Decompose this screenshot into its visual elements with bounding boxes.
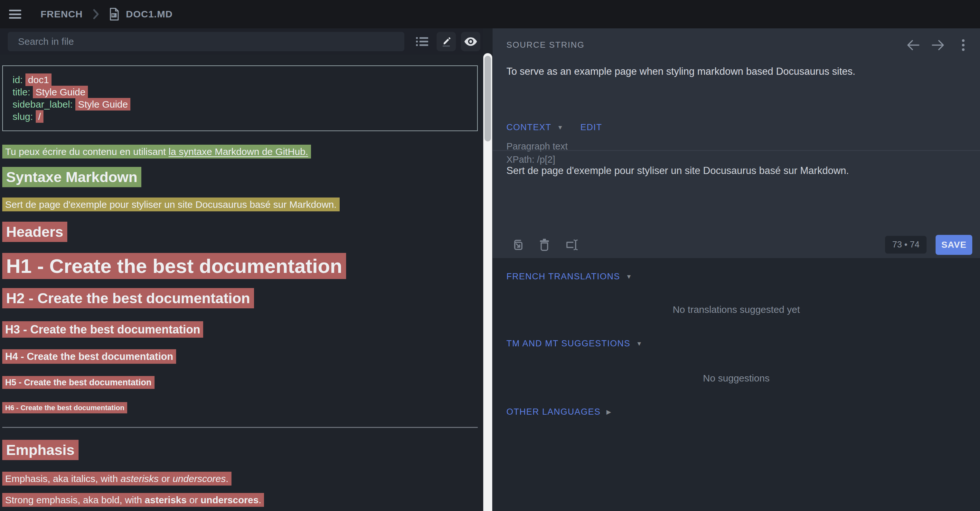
translations-empty-state: No translations suggested yet [493,304,980,315]
horizontal-rule [2,427,478,428]
heading-emphasis: Emphasis [2,441,478,459]
github-markdown-link[interactable]: la syntaxe Markdown de GitHub. [169,146,309,157]
heading-syntaxe-markdown: Syntaxe Markdown [2,169,478,186]
frontmatter-key: id: [13,74,23,85]
trash-icon [539,238,550,251]
document-scrollbar-thumb[interactable] [485,56,491,141]
frontmatter-row: slug: / [13,110,477,123]
delete-translation-button[interactable] [539,238,550,251]
translatable-string[interactable]: H1 - Create the best documentation [2,253,346,279]
editor-divider [493,150,980,151]
copy-source-button[interactable] [511,238,524,251]
chevron-right-icon [92,9,99,20]
heading-h2-sample: H2 - Create the best documentation [2,290,478,307]
paragraph-string: Emphasis, aka italics, with asterisks or… [2,473,478,485]
paragraph-string: Tu peux écrire du contenu en utilisant l… [2,146,478,158]
frontmatter-key: title: [13,87,30,97]
frontmatter-value-string[interactable]: / [36,110,43,123]
copy-source-icon [511,238,524,251]
tm-empty-state: No suggestions [493,373,980,384]
frontmatter-block: id: doc1 title: Style Guide sidebar_labe… [2,65,478,131]
translatable-string[interactable]: H4 - Create the best documentation [2,349,176,364]
frontmatter-value-string[interactable]: doc1 [25,73,51,86]
source-string-text: To serve as an example page when styling… [506,66,966,77]
heading-h3-sample: H3 - Create the best documentation [2,323,478,336]
heading-h1-sample: H1 - Create the best documentation [2,254,478,278]
context-type: Paragraph text [506,140,568,153]
char-counter-badge: 73 • 74 [885,236,927,254]
breadcrumb-file: DOC1.MD [126,9,173,20]
section-tm-mt-suggestions[interactable]: TM AND MT SUGGESTIONS ▼ [506,339,643,349]
top-bar: FRENCH M↓ DOC1.MD [0,0,980,28]
save-button[interactable]: SAVE [935,235,972,255]
translation-input[interactable]: Sert de page d'exemple pour styliser un … [506,165,966,223]
search-toolbar [0,28,483,55]
arrow-left-icon [906,39,920,51]
section-other-languages[interactable]: OTHER LANGUAGES ▶ [506,407,612,417]
selected-paragraph-string: Sert de page d'exemple pour styliser un … [2,199,478,211]
text-cursor-icon [565,238,579,251]
document-scrollbar-track[interactable] [483,53,492,511]
more-options-button[interactable] [955,37,972,53]
edit-context-button[interactable]: EDIT [581,123,602,133]
heading-h6-sample: H6 - Create the best documentation [2,404,478,412]
breadcrumb-project[interactable]: FRENCH [41,9,83,20]
chevron-down-icon: ▼ [636,340,643,347]
translatable-string[interactable]: H2 - Create the best documentation [2,288,254,308]
translatable-string[interactable]: Tu peux écrire du contenu en utilisant l… [2,145,311,158]
frontmatter-row: sidebar_label: Style Guide [13,98,477,110]
translatable-string[interactable]: H5 - Create the best documentation [2,376,154,389]
source-string-label: SOURCE STRING [506,40,585,50]
context-xpath: XPath: /p[2] [506,153,568,166]
translatable-string[interactable]: H6 - Create the best documentation [2,402,127,414]
heading-h5-sample: H5 - Create the best documentation [2,377,478,388]
translatable-string[interactable]: Emphasis [2,440,78,460]
chevron-down-icon: ▼ [626,273,632,280]
next-string-button[interactable] [930,37,947,53]
context-info: Paragraph text XPath: /p[2] [506,140,568,166]
svg-text:M↓: M↓ [112,14,116,17]
context-toggle[interactable]: CONTEXT ▼ [506,123,564,133]
heading-headers: Headers [2,223,478,241]
list-icon [416,37,428,47]
translatable-string[interactable]: Syntaxe Markdown [2,167,142,187]
list-view-button[interactable] [413,32,431,51]
editor-toolbar: 73 • 74 SAVE [493,232,980,258]
suggestions-area: FRENCH TRANSLATIONS ▼ No translations su… [493,258,980,511]
edit-mode-button[interactable] [437,32,456,51]
pencil-icon [440,35,452,48]
markdown-file-icon: M↓ [109,8,119,21]
previous-string-button[interactable] [905,37,921,53]
frontmatter-row: title: Style Guide [13,86,477,98]
preview-mode-button[interactable] [461,32,480,51]
string-editor-card: SOURCE STRING To serve as an example pag… [493,28,980,258]
document-panel: id: doc1 title: Style Guide sidebar_labe… [0,28,483,511]
heading-h4-sample: H4 - Create the best documentation [2,351,478,362]
translation-panel: SOURCE STRING To serve as an example pag… [493,28,980,511]
paragraph-string: Strong emphasis, aka bold, with asterisk… [2,494,478,506]
translatable-string[interactable]: Strong emphasis, aka bold, with asterisk… [2,493,264,507]
frontmatter-value-string[interactable]: Style Guide [33,86,88,98]
context-row: CONTEXT ▼ EDIT [506,123,602,133]
markdown-document: id: doc1 title: Style Guide sidebar_labe… [0,55,483,511]
section-french-translations[interactable]: FRENCH TRANSLATIONS ▼ [506,271,632,282]
translatable-string[interactable]: H3 - Create the best documentation [2,321,203,338]
insert-placeholder-button[interactable] [565,238,579,251]
translatable-string[interactable]: Emphasis, aka italics, with asterisks or… [2,472,231,485]
selected-string-highlight[interactable]: Sert de page d'exemple pour styliser un … [2,198,340,211]
eye-icon [464,37,477,46]
search-input[interactable] [8,32,404,51]
string-navigation [905,37,972,53]
hamburger-menu-icon[interactable] [9,10,21,19]
frontmatter-value-string[interactable]: Style Guide [75,98,130,110]
frontmatter-row: id: doc1 [13,74,477,86]
arrow-right-icon [931,39,945,51]
chevron-right-icon: ▶ [606,408,612,416]
frontmatter-key: sidebar_label: [13,99,73,110]
translatable-string[interactable]: Headers [2,222,67,242]
frontmatter-key: slug: [13,111,33,122]
chevron-down-icon: ▼ [557,124,564,131]
kebab-menu-icon [962,39,965,51]
